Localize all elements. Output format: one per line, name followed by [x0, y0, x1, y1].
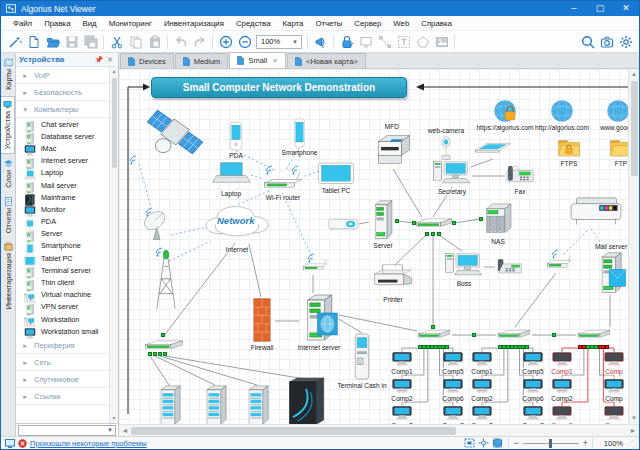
map-canvas[interactable]: Small Computer Network Demonstration Com…: [119, 69, 628, 424]
map-node-computer[interactable]: Comp3: [391, 406, 413, 421]
map-node-globe[interactable]: http://algorius.com: [550, 99, 574, 123]
toolbar-search-button[interactable]: [578, 33, 597, 51]
map-node-computer[interactable]: Comp6: [442, 379, 464, 394]
map-node-kiosk[interactable]: Terminal Cash in: [349, 333, 375, 381]
toolbar-wizard-button[interactable]: [5, 33, 24, 51]
device-group-Сеть[interactable]: ►Сеть: [16, 354, 109, 371]
device-item[interactable]: Laptop: [16, 167, 109, 179]
device-group-VoIP[interactable]: ►VoIP: [16, 67, 109, 84]
device-item[interactable]: iMac: [16, 142, 109, 154]
device-item[interactable]: Chat server: [16, 118, 109, 130]
toolbar-settings-button[interactable]: [616, 33, 635, 51]
map-node-internetserver[interactable]: Internet server: [299, 293, 339, 343]
toolbar-zoom-combo[interactable]: 100%▼: [256, 35, 302, 49]
map-node-tower[interactable]: [147, 249, 185, 311]
device-item[interactable]: PDA: [16, 216, 109, 228]
map-node-folder[interactable]: FTP: [609, 137, 628, 159]
scroll-up-icon[interactable]: ▲: [112, 67, 117, 76]
map-node-switchbox[interactable]: [416, 327, 452, 344]
toolbar-lock-edit-button[interactable]: [337, 33, 356, 51]
scrollbar-thumb[interactable]: [131, 427, 456, 435]
toolbar-cut-button[interactable]: [107, 33, 126, 51]
map-node-mailserver[interactable]: Mail server: [595, 251, 627, 295]
toolbar-camera-button[interactable]: [597, 33, 616, 51]
map-tab-Devices[interactable]: Devices: [120, 53, 174, 68]
map-node-computer[interactable]: Comp6: [522, 379, 544, 394]
menu-Инвентаризация[interactable]: Инвентаризация: [158, 19, 230, 28]
device-item[interactable]: Tablet PC: [16, 252, 109, 264]
map-node-rack[interactable]: [243, 385, 273, 424]
menu-Вид[interactable]: Вид: [77, 19, 103, 28]
map-node-globelock[interactable]: https://algorius.com: [493, 99, 517, 123]
device-group-Компьютеры[interactable]: ▼Компьютеры: [16, 101, 109, 118]
map-node-computer[interactable]: Comp2: [551, 379, 573, 394]
device-item[interactable]: Mail server: [16, 179, 109, 191]
toolbar-zoom-in-button[interactable]: [216, 33, 235, 51]
scroll-down-icon[interactable]: ▼: [631, 413, 637, 424]
map-node-ap[interactable]: [299, 257, 329, 275]
map-node-computer[interactable]: Comp7: [442, 406, 464, 421]
horizontal-scrollbar[interactable]: ◄ ►: [119, 424, 639, 436]
menu-Сервер[interactable]: Сервер: [348, 19, 387, 28]
maximize-button[interactable]: ▢: [587, 1, 613, 16]
map-node-switchbox[interactable]: [143, 337, 185, 356]
map-node-wifirouter[interactable]: Wi-Fi router: [261, 169, 305, 193]
map-node-switchbox[interactable]: [576, 327, 612, 344]
map-banner[interactable]: Small Computer Network Demonstration: [151, 77, 407, 98]
zoom-slider[interactable]: − +: [513, 438, 588, 448]
device-item[interactable]: VPN server: [16, 301, 109, 313]
toolbar-open-button[interactable]: [43, 33, 62, 51]
fit-window-icon[interactable]: [462, 438, 476, 449]
menu-Web[interactable]: Web: [387, 19, 415, 28]
vertical-scrollbar[interactable]: ▲ ▼: [628, 69, 639, 424]
map-node-globe[interactable]: www.google: [606, 99, 628, 123]
menu-Мониторинг[interactable]: Мониторинг: [103, 19, 158, 28]
device-item[interactable]: Smartphone: [16, 240, 109, 252]
map-node-rackdark[interactable]: [285, 377, 329, 424]
minimize-button[interactable]: –: [561, 1, 587, 16]
map-node-server[interactable]: Server: [369, 199, 397, 241]
map-node-nas[interactable]: NAS: [481, 201, 515, 237]
map-node-firewall[interactable]: Firewall: [249, 297, 275, 343]
map-node-laptop[interactable]: Laptop: [211, 161, 251, 189]
device-item[interactable]: Thin client: [16, 276, 109, 288]
map-node-satellite[interactable]: [145, 105, 205, 159]
status-message-link[interactable]: Произошли некоторые проблемы: [30, 439, 147, 448]
map-node-ws[interactable]: Boss: [444, 249, 484, 279]
map-tab-Small[interactable]: Small✕: [229, 52, 286, 68]
device-item[interactable]: Workstation small: [16, 325, 109, 337]
map-node-ws[interactable]: Secretary: [432, 157, 472, 187]
sidebar-tab-Карты[interactable]: Карты: [1, 55, 15, 94]
map-node-folderlock[interactable]: FTPS: [557, 137, 581, 159]
map-node-computer[interactable]: Comp: [603, 406, 625, 421]
fit-selection-icon[interactable]: [490, 438, 504, 449]
toolbar-megaphone-button[interactable]: [311, 33, 330, 51]
map-node-computer[interactable]: Comp: [603, 379, 625, 394]
map-node-switchbox[interactable]: [496, 327, 532, 344]
map-node-dish[interactable]: [139, 207, 173, 241]
map-node-tablet[interactable]: Tablet PC: [317, 161, 355, 186]
device-item[interactable]: Terminal server: [16, 264, 109, 276]
menu-Правка[interactable]: Правка: [38, 19, 76, 28]
scrollbar-thumb[interactable]: [631, 81, 638, 176]
map-node-printer[interactable]: Printer: [371, 263, 415, 295]
map-node-computer[interactable]: Comp5: [442, 352, 464, 367]
device-item[interactable]: Internet server: [16, 155, 109, 167]
scroll-down-icon[interactable]: ▼: [112, 414, 117, 423]
map-node-computer[interactable]: Comp2: [391, 379, 413, 394]
map-node-phone[interactable]: [495, 257, 523, 277]
toolbar-zoom-out-button[interactable]: [235, 33, 254, 51]
map-node-switchbox[interactable]: [414, 215, 454, 234]
map-node-computer[interactable]: Comp3: [471, 406, 493, 421]
menu-Отчеты[interactable]: Отчеты: [309, 19, 348, 28]
device-filter-combo[interactable]: ▼: [16, 423, 118, 436]
device-item[interactable]: Mainframe: [16, 191, 109, 203]
map-node-computer[interactable]: Comp3: [551, 406, 573, 421]
menu-Карта[interactable]: Карта: [277, 19, 310, 28]
scroll-up-icon[interactable]: ▲: [631, 69, 637, 80]
map-node-computer[interactable]: Comp5: [522, 352, 544, 367]
map-node-computer[interactable]: Comp7: [522, 406, 544, 421]
device-item[interactable]: Server: [16, 228, 109, 240]
menu-Файл[interactable]: Файл: [7, 19, 38, 28]
sidebar-scrollbar[interactable]: ▲ ▼: [109, 67, 118, 423]
